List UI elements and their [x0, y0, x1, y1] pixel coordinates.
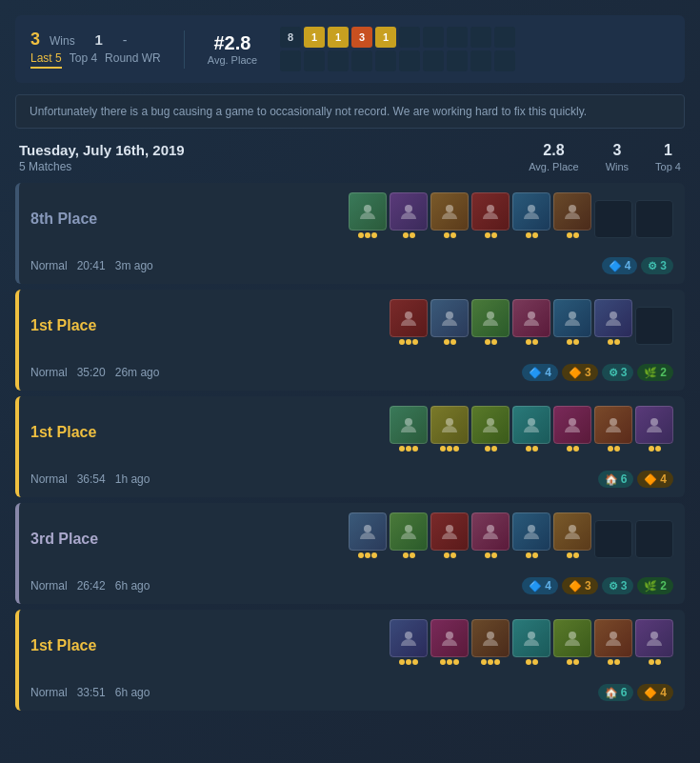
champ-face-0 [390, 619, 428, 657]
game-mode: Normal [30, 686, 68, 699]
svg-point-17 [610, 418, 617, 426]
star-dot [485, 552, 490, 558]
trait-icon-2: ⚙ [609, 580, 618, 592]
match-card-4[interactable]: 1st Place [15, 610, 685, 711]
trait-count-1: 3 [660, 259, 667, 272]
trait-icon-0: 🔷 [529, 580, 542, 592]
cell-3: 3 [351, 27, 372, 48]
placement-row-1: 8 1 1 3 1 [280, 27, 515, 48]
match-bottom: Normal 33:51 6h ago 🏠 6 🔶 4 [19, 678, 685, 711]
star-dot [485, 339, 490, 345]
champion-4 [553, 299, 591, 345]
match-top: 1st Place [19, 610, 685, 678]
champ-face-2 [471, 619, 510, 657]
match-duration: 26:42 [77, 579, 106, 592]
star-dot [614, 339, 620, 345]
champion-1 [390, 512, 428, 558]
match-bottom: Normal 36:54 1h ago 🏠 6 🔶 4 [19, 465, 685, 497]
champ-face-1 [430, 299, 469, 337]
match-place: 3rd Place [30, 531, 98, 548]
champ-face-5 [594, 619, 632, 657]
tab-roundwr[interactable]: Round WR [105, 51, 161, 69]
tab-last5[interactable]: Last 5 [30, 51, 62, 69]
star-dot [444, 339, 450, 345]
match-card-0[interactable]: 8th Place [15, 183, 685, 284]
champ-face-3 [512, 299, 550, 337]
placement-row-2 [280, 50, 515, 71]
champion-4 [553, 406, 591, 452]
star-dot [450, 339, 456, 345]
champ-face-2 [471, 406, 510, 444]
cell-e2 [423, 27, 444, 48]
trait-icon-3: 🌿 [644, 367, 657, 379]
star-dot [358, 232, 364, 238]
trait-count-0: 6 [621, 686, 628, 699]
svg-point-11 [610, 311, 617, 319]
cell2-7 [423, 50, 444, 71]
svg-point-21 [446, 525, 453, 532]
trait-count-0: 4 [545, 579, 551, 592]
match-top: 1st Place [19, 396, 685, 465]
champion-1 [430, 619, 469, 665]
star-dot [608, 446, 613, 452]
champion-4 [512, 512, 550, 558]
match-top: 8th Place [19, 183, 685, 251]
star-dot [614, 446, 620, 452]
cell2-9 [470, 50, 491, 71]
champ-face-1 [390, 512, 428, 551]
star-dot [440, 659, 446, 665]
star-dot [567, 552, 572, 558]
champion-3 [512, 619, 550, 665]
champ-face-2 [430, 192, 469, 231]
placement-grid: 8 1 1 3 1 [280, 27, 515, 71]
trait-count-1: 4 [660, 686, 667, 699]
svg-point-27 [487, 632, 494, 639]
match-meta: Normal 33:51 6h ago [30, 686, 150, 699]
champ-face-3 [471, 512, 510, 551]
champ-face-3 [471, 192, 510, 231]
cell2-5 [375, 50, 396, 71]
champion-2 [430, 512, 469, 558]
match-duration: 35:20 [77, 366, 106, 379]
match-time-ago: 6h ago [115, 686, 150, 699]
star-dot [655, 659, 661, 665]
svg-point-9 [528, 311, 535, 319]
trait-badge-0: 🔷 4 [602, 257, 638, 274]
match-card-3[interactable]: 3rd Place [15, 503, 685, 604]
champ-face-3 [512, 406, 550, 444]
match-place: 1st Place [30, 637, 96, 654]
match-traits: 🔷 4 ⚙ 3 [602, 257, 673, 274]
match-top: 3rd Place [19, 503, 685, 572]
star-dot [488, 659, 493, 665]
star-dot [485, 232, 490, 238]
star-dot [532, 446, 538, 452]
svg-point-4 [528, 205, 535, 212]
star-dot [399, 446, 405, 452]
match-place: 1st Place [30, 424, 96, 441]
tab-top4[interactable]: Top 4 [70, 51, 97, 69]
match-time-ago: 3m ago [115, 259, 153, 272]
cell2-2 [304, 50, 325, 71]
date-section: Tuesday, July 16th, 2019 5 Matches 2.8 A… [15, 142, 685, 711]
match-traits: 🔷 4 🔶 3 ⚙ 3 🌿 2 [522, 364, 673, 381]
star-dot [567, 446, 572, 452]
star-dot [447, 659, 452, 665]
game-mode: Normal [30, 259, 68, 272]
cell-e4 [470, 27, 491, 48]
svg-point-6 [405, 311, 412, 319]
match-card-1[interactable]: 1st Place [15, 290, 685, 391]
star-dot [481, 659, 487, 665]
match-card-2[interactable]: 1st Place [15, 396, 685, 497]
empty-champion-6 [635, 307, 673, 345]
trait-badge-3: 🌿 2 [637, 364, 673, 381]
trait-count-2: 3 [621, 579, 628, 592]
trait-badge-1: ⚙ 3 [641, 257, 673, 274]
svg-point-25 [405, 632, 412, 639]
trait-icon-0: 🏠 [605, 473, 618, 486]
trait-badge-2: ⚙ 3 [602, 577, 634, 594]
star-dot [526, 552, 531, 558]
match-top: 1st Place [19, 290, 685, 358]
star-dot [485, 446, 490, 452]
champ-face-5 [553, 192, 591, 231]
avg-place-label: Avg. Place [208, 54, 257, 66]
